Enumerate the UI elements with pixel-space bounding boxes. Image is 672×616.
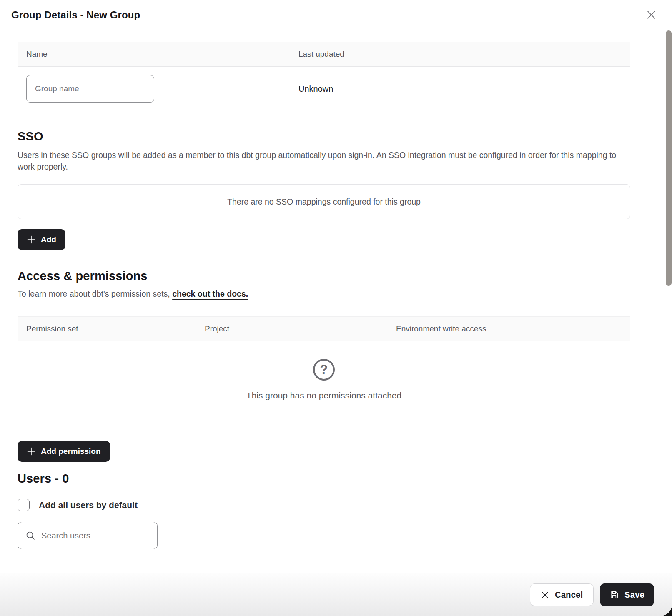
permissions-table-header: Permission set Project Environment write… [18, 316, 630, 341]
access-description-text: To learn more about dbt's permission set… [18, 289, 172, 298]
access-permissions-heading: Access & permissions [18, 269, 630, 283]
save-label: Save [624, 590, 644, 600]
modal-footer: Cancel Save [0, 573, 672, 616]
add-all-users-checkbox[interactable] [18, 499, 30, 511]
cancel-button[interactable]: Cancel [530, 583, 594, 606]
last-updated-value: Unknown [298, 84, 630, 94]
plus-icon [27, 447, 36, 456]
sso-empty-state: There are no SSO mappings configured for… [18, 184, 630, 219]
add-all-users-label: Add all users by default [39, 500, 138, 510]
close-button[interactable] [644, 8, 659, 23]
search-icon [25, 531, 35, 541]
column-header-project: Project [205, 323, 396, 334]
search-users-input[interactable] [41, 531, 150, 541]
docs-link[interactable]: check out the docs. [172, 289, 248, 298]
sso-heading: SSO [18, 130, 630, 143]
add-permission-label: Add permission [41, 447, 101, 456]
add-all-users-row: Add all users by default [18, 499, 630, 511]
column-header-environment-write-access: Environment write access [396, 323, 630, 334]
permissions-empty-state: ? This group has no permissions attached [18, 341, 630, 431]
column-header-name: Name [26, 49, 298, 60]
group-name-row: Unknown [18, 67, 630, 111]
add-permission-button[interactable]: Add permission [18, 441, 110, 462]
group-details-modal: Group Details - New Group Name Last upda… [0, 0, 672, 616]
add-sso-mapping-button[interactable]: Add [18, 229, 65, 250]
permissions-table: Permission set Project Environment write… [18, 316, 630, 431]
group-name-input[interactable] [26, 75, 154, 103]
modal-title: Group Details - New Group [11, 9, 140, 21]
search-users-box [18, 522, 158, 549]
access-permissions-description: To learn more about dbt's permission set… [18, 288, 630, 300]
close-icon [646, 10, 657, 20]
save-button[interactable]: Save [600, 583, 654, 606]
cancel-label: Cancel [555, 590, 583, 600]
question-circle-icon: ? [313, 359, 335, 381]
vertical-scrollbar-thumb[interactable] [666, 30, 672, 286]
group-name-table-header: Name Last updated [18, 42, 630, 67]
group-name-table: Name Last updated Unknown [18, 42, 630, 111]
users-heading: Users - 0 [18, 472, 630, 486]
sso-empty-state-text: There are no SSO mappings configured for… [227, 197, 421, 207]
cancel-x-icon [541, 591, 549, 599]
modal-body: Name Last updated Unknown SSO Users in t… [0, 30, 672, 573]
column-header-last-updated: Last updated [298, 49, 630, 60]
permissions-empty-state-text: This group has no permissions attached [246, 391, 401, 401]
save-floppy-icon [609, 590, 619, 600]
column-header-permission-set: Permission set [26, 323, 205, 334]
plus-icon [27, 235, 36, 244]
sso-description: Users in these SSO groups will be added … [18, 149, 630, 173]
modal-header: Group Details - New Group [0, 0, 672, 30]
add-sso-mapping-label: Add [41, 235, 56, 244]
